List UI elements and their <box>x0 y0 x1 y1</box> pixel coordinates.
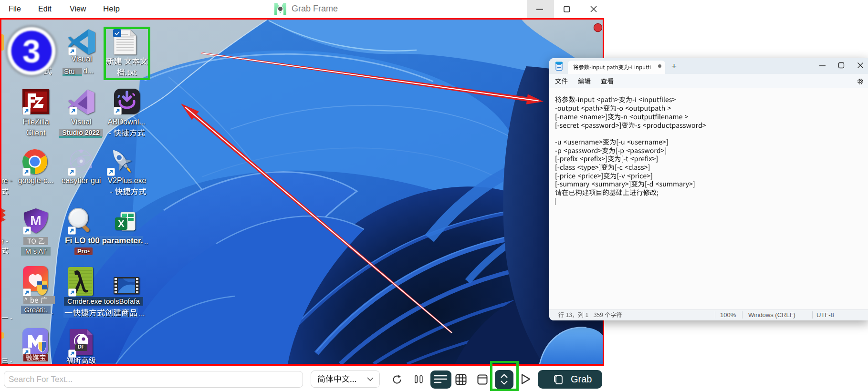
svg-text:3: 3 <box>22 33 41 69</box>
svg-text:X: X <box>118 218 125 229</box>
svg-text:M: M <box>30 213 41 228</box>
